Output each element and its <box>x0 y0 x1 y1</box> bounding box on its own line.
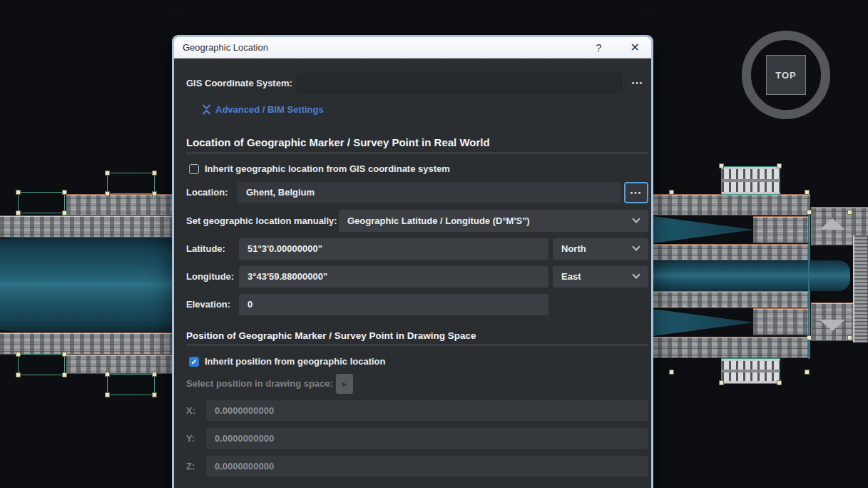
selection-grip <box>152 171 157 176</box>
gangway-truss <box>66 355 180 374</box>
location-label: Location: <box>186 182 228 203</box>
scaffold-frame <box>18 192 65 213</box>
section-divider <box>186 345 648 345</box>
selection-grip <box>62 190 67 195</box>
gangway-truss <box>648 337 810 358</box>
longitude-label: Longitude: <box>186 266 234 288</box>
inherit-geo-location-label: Inherit geographic location from GIS coo… <box>205 163 450 175</box>
view-cube-face-top[interactable]: TOP <box>766 55 806 95</box>
selection-grip <box>719 163 724 168</box>
chevron-down-icon <box>632 243 640 250</box>
advanced-bim-settings-label: Advanced / BIM Settings <box>215 104 324 115</box>
dialog-title: Geographic Location <box>183 42 268 53</box>
section-real-world-title: Location of Geographic Marker / Survey P… <box>186 136 490 148</box>
gangway-truss <box>648 291 810 308</box>
longitude-field[interactable]: 3°43'59.88000000" <box>239 266 548 288</box>
selection-grip <box>16 352 21 357</box>
gangway-truss <box>753 216 810 243</box>
pick-point-icon: ▸ <box>342 379 347 389</box>
selection-grip <box>16 190 21 195</box>
x-field[interactable]: 0.0000000000 <box>206 400 648 421</box>
elevation-label: Elevation: <box>186 294 230 315</box>
gangway-truss <box>753 308 810 335</box>
selection-grip <box>105 372 110 377</box>
selection-grip <box>62 352 67 357</box>
gangway-truss <box>648 194 810 215</box>
chevron-down-icon <box>632 270 640 278</box>
manual-mode-value: Geographic Latitude / Longitude (D°M'S") <box>347 215 530 226</box>
gis-coordinate-system-label: GIS Coordinate System: <box>186 73 292 94</box>
selection-grip <box>805 370 810 375</box>
dialog-body: GIS Coordinate System: ••• Advanced / BI… <box>174 59 651 488</box>
elevation-field[interactable]: 0 <box>239 294 548 315</box>
grating-block <box>721 166 780 195</box>
gis-coordinate-system-field[interactable] <box>296 73 623 93</box>
selection-grip <box>152 392 157 397</box>
z-field[interactable]: 0.0000000000 <box>206 456 648 477</box>
selection-grip <box>105 171 110 176</box>
scaffold-frame <box>107 374 155 395</box>
y-field[interactable]: 0.0000000000 <box>206 428 648 449</box>
inherit-geo-location-checkbox[interactable] <box>189 164 199 174</box>
collapse-icon <box>202 104 211 115</box>
pick-point-button[interactable]: ▸ <box>336 374 353 394</box>
selection-grip <box>847 210 852 215</box>
selection-grip <box>16 210 21 215</box>
selection-grip <box>152 191 157 196</box>
selection-grip <box>805 190 810 195</box>
selection-grip <box>847 335 852 340</box>
latitude-direction-dropdown[interactable]: North <box>553 238 648 260</box>
selection-grip <box>105 191 110 196</box>
location-field[interactable]: Ghent, Belgium <box>238 182 621 203</box>
selection-grip <box>719 380 724 385</box>
scaffold-frame <box>107 173 155 194</box>
selection-grip <box>807 335 812 340</box>
select-position-label: Select position in drawing space: <box>186 373 333 395</box>
ship-hull-right <box>648 260 850 291</box>
y-label: Y: <box>186 428 195 449</box>
selection-grip <box>807 210 812 215</box>
gangway-truss <box>648 244 810 260</box>
gis-browse-button[interactable]: ••• <box>626 73 650 93</box>
inherit-position-checkbox[interactable] <box>189 357 199 367</box>
help-button[interactable]: ? <box>596 41 601 54</box>
selection-grip <box>669 370 674 375</box>
geographic-location-dialog: Geographic Location ? ✕ GIS Coordinate S… <box>172 35 653 488</box>
latitude-field[interactable]: 51°3'0.00000000" <box>239 238 548 260</box>
location-browse-button[interactable]: ••• <box>624 182 648 203</box>
longitude-direction-value: East <box>561 271 581 282</box>
longitude-direction-dropdown[interactable]: East <box>553 266 648 288</box>
section-drawing-space-title: Position of Geographic Marker / Survey P… <box>186 330 476 341</box>
selection-grip <box>777 380 782 385</box>
selection-grip <box>16 372 21 377</box>
ship-hull-taper <box>648 215 755 244</box>
selection-grip <box>669 190 674 195</box>
set-manually-label: Set geographic location manually: <box>186 210 337 232</box>
z-label: Z: <box>186 456 195 477</box>
application-window: TOP Geographic Location ? ✕ GIS Coordina… <box>0 0 868 488</box>
gangway-truss <box>0 215 180 238</box>
gangway-truss-vertical <box>853 235 868 342</box>
advanced-bim-settings-link[interactable]: Advanced / BIM Settings <box>202 104 324 115</box>
gangway-truss <box>66 194 180 215</box>
section-divider <box>186 153 648 153</box>
close-button[interactable]: ✕ <box>630 42 640 54</box>
gangway-truss <box>0 332 180 355</box>
selection-grip <box>62 210 67 215</box>
selection-grip <box>777 163 782 168</box>
latitude-label: Latitude: <box>186 238 225 260</box>
selection-grip <box>152 372 157 377</box>
latitude-direction-value: North <box>561 243 586 254</box>
selection-grip <box>62 372 67 377</box>
dialog-titlebar[interactable]: Geographic Location ? ✕ <box>174 37 651 59</box>
grating-block <box>721 358 780 384</box>
chevron-down-icon <box>632 215 640 223</box>
view-cube[interactable]: TOP <box>742 31 830 119</box>
inherit-position-label: Inherit position from geographic locatio… <box>205 356 386 367</box>
x-label: X: <box>186 400 195 422</box>
manual-mode-dropdown[interactable]: Geographic Latitude / Longitude (D°M'S") <box>339 210 648 232</box>
ship-hull-taper <box>648 308 755 337</box>
selection-grip <box>105 392 110 397</box>
scaffold-frame <box>18 354 65 375</box>
